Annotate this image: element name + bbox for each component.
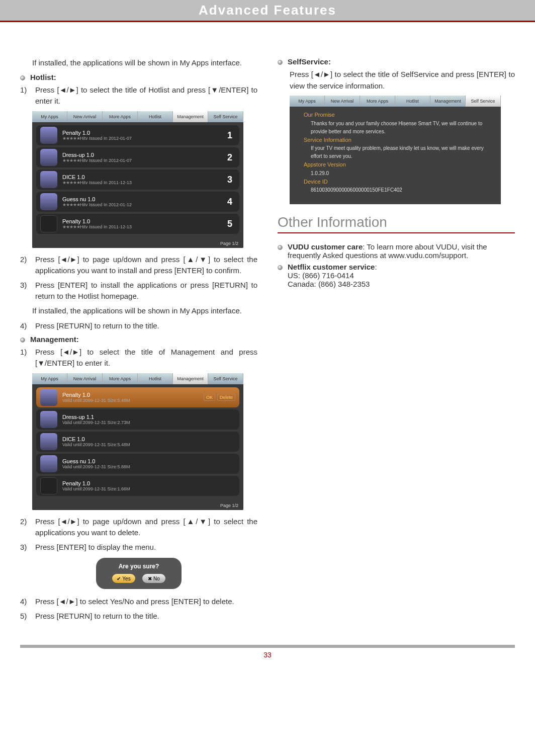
mgmt-step-2: 2) Press [◄/►] to page up/down and press… bbox=[20, 516, 257, 539]
tab-bar: My Apps New Arrival More Apps Hotlist Ma… bbox=[290, 96, 501, 107]
svcinfo-label: Service Information bbox=[304, 137, 351, 143]
hotlist-step-4: 4) Press [RETURN] to return to the title… bbox=[20, 320, 257, 332]
dialog-title: Are you sure? bbox=[101, 563, 176, 570]
list-item[interactable]: Penalty 1.0Valid until:2099-12-31 Size:5… bbox=[36, 387, 239, 407]
deviceid-label: Device ID bbox=[304, 179, 328, 185]
app-meta: Valid until:2099-12-31 Size:5.48M bbox=[62, 442, 130, 447]
app-icon bbox=[40, 389, 57, 406]
app-meta: ★★★★★Hitv Issued In 2012-01-07 bbox=[62, 136, 132, 141]
app-title: DICE 1.0 bbox=[62, 436, 130, 442]
tab-myapps[interactable]: My Apps bbox=[290, 96, 325, 107]
page-header: Advanced Features bbox=[0, 0, 535, 22]
app-title: Guess nu 1.0 bbox=[62, 458, 130, 464]
app-title: Guess nu 1.0 bbox=[62, 196, 132, 202]
hotlist-heading: Hotlist: bbox=[20, 73, 257, 81]
bullet-icon bbox=[20, 75, 25, 80]
tab-selfservice[interactable]: Self Service bbox=[208, 373, 243, 384]
svcinfo-text: If your TV meet quality problem, please … bbox=[304, 144, 491, 160]
selfservice-label: SelfService: bbox=[288, 57, 331, 66]
yes-button[interactable]: ✔ Yes bbox=[112, 574, 135, 583]
list-item[interactable]: Dress-up 1.1Valid until:2099-12-31 Size:… bbox=[36, 409, 239, 430]
confirm-dialog: Are you sure? ✔ Yes ✖ No bbox=[96, 558, 182, 589]
hotlist-step-1: 1) Press [◄/►] to select the title of Ho… bbox=[20, 85, 257, 107]
promise-text: Thanks for you and your family choose Hi… bbox=[304, 120, 491, 136]
check-icon: ✔ bbox=[117, 576, 121, 581]
app-title: Penalty 1.0 bbox=[62, 130, 132, 136]
other-info-heading: Other Information bbox=[278, 214, 515, 233]
list-item[interactable]: DICE 1.0Valid until:2099-12-31 Size:5.48… bbox=[36, 432, 239, 452]
app-icon bbox=[40, 171, 57, 188]
app-icon bbox=[40, 433, 57, 450]
tab-management[interactable]: Management bbox=[430, 96, 466, 107]
list-item[interactable]: Guess nu 1.0★★★★★Hitv Issued In 2012-01-… bbox=[36, 192, 239, 212]
list-item[interactable]: Penalty 1.0Valid until:2099-12-31 Size:1… bbox=[36, 476, 239, 496]
mgmt-step-1: 1) Press [◄/►] to select the title of Ma… bbox=[20, 347, 257, 369]
app-meta: ★★★★★Hitv Issued In 2012-01-12 bbox=[62, 202, 132, 207]
rank-number: 5 bbox=[227, 218, 232, 229]
no-button[interactable]: ✖ No bbox=[142, 574, 165, 583]
list-item[interactable]: Guess nu 1.0Valid until:2099-12-31 Size:… bbox=[36, 454, 239, 474]
list-item[interactable]: Penalty 1.0★★★★★Hitv Issued In 2012-01-0… bbox=[36, 125, 239, 145]
netflix-item: Netflix customer service: US: (866) 716-… bbox=[278, 263, 515, 288]
hotlist-step-3: 3) Press [ENTER] to install the applicat… bbox=[20, 280, 257, 302]
rank-number: 4 bbox=[227, 196, 232, 207]
left-column: If installed, the applications will be s… bbox=[20, 57, 257, 625]
hotlist-list: Penalty 1.0★★★★★Hitv Issued In 2012-01-0… bbox=[32, 122, 243, 248]
page-body: If installed, the applications will be s… bbox=[0, 22, 535, 645]
tab-newarrival[interactable]: New Arrival bbox=[67, 111, 103, 122]
tab-myapps[interactable]: My Apps bbox=[32, 373, 67, 384]
tab-hotlist[interactable]: Hotlist bbox=[395, 96, 430, 107]
tab-selfservice[interactable]: Self Service bbox=[466, 96, 501, 107]
tab-myapps[interactable]: My Apps bbox=[32, 111, 67, 122]
selfservice-heading: SelfService: bbox=[278, 57, 515, 66]
app-title: Penalty 1.0 bbox=[62, 480, 130, 486]
page-title: Advanced Features bbox=[199, 3, 336, 18]
netflix-label: Netflix customer service bbox=[288, 263, 375, 271]
tab-moreapps[interactable]: More Apps bbox=[103, 373, 138, 384]
vudu-item: VUDU customer care: To learn more about … bbox=[278, 242, 515, 260]
app-meta: Valid until:2099-12-31 Size:5.88M bbox=[62, 464, 130, 469]
tab-moreapps[interactable]: More Apps bbox=[360, 96, 395, 107]
tab-selfservice[interactable]: Self Service bbox=[208, 111, 243, 122]
tab-hotlist[interactable]: Hotlist bbox=[138, 373, 173, 384]
tab-newarrival[interactable]: New Arrival bbox=[67, 373, 103, 384]
app-icon bbox=[40, 477, 57, 494]
page-number: 33 bbox=[20, 645, 515, 669]
hotlist-note: If installed, the applications will be s… bbox=[20, 305, 257, 317]
intro-text: If installed, the applications will be s… bbox=[20, 57, 257, 69]
tab-newarrival[interactable]: New Arrival bbox=[325, 96, 360, 107]
pager: Page 1/2 bbox=[220, 241, 238, 246]
list-item[interactable]: DICE 1.0★★★★★Hitv Issued In 2011-12-133 bbox=[36, 170, 239, 190]
tab-hotlist[interactable]: Hotlist bbox=[138, 111, 173, 122]
ok-button[interactable]: OK bbox=[204, 394, 215, 401]
app-title: Dress-up 1.1 bbox=[62, 414, 130, 420]
app-meta: ★★★★★Hitv Issued In 2012-01-07 bbox=[62, 158, 132, 163]
app-title: Penalty 1.0 bbox=[62, 218, 132, 224]
mgmt-step-3: 3) Press [ENTER] to display the menu. bbox=[20, 542, 257, 553]
list-item[interactable]: Dress-up 1.0★★★★★Hitv Issued In 2012-01-… bbox=[36, 147, 239, 167]
app-icon bbox=[40, 149, 57, 166]
delete-button[interactable]: Delete bbox=[217, 394, 235, 401]
app-icon bbox=[40, 193, 57, 210]
management-list: Penalty 1.0Valid until:2099-12-31 Size:5… bbox=[32, 384, 243, 510]
version-value: 1.0.29.0 bbox=[304, 170, 491, 178]
app-icon bbox=[40, 455, 57, 472]
pager: Page 1/2 bbox=[220, 503, 238, 508]
app-title: Penalty 1.0 bbox=[62, 392, 130, 398]
tab-management[interactable]: Management bbox=[173, 111, 208, 122]
list-item[interactable]: Penalty 1.0★★★★★Hitv Issued In 2011-12-1… bbox=[36, 214, 239, 234]
app-meta: ★★★★★Hitv Issued In 2011-12-13 bbox=[62, 224, 132, 229]
app-title: DICE 1.0 bbox=[62, 174, 132, 180]
rank-number: 2 bbox=[227, 152, 232, 162]
tab-moreapps[interactable]: More Apps bbox=[103, 111, 138, 122]
promise-label: Our Promise bbox=[304, 112, 335, 118]
app-meta: Valid until:2099-12-31 Size:2.73M bbox=[62, 420, 130, 425]
vudu-label: VUDU customer care bbox=[288, 242, 363, 251]
tab-management[interactable]: Management bbox=[173, 373, 208, 384]
x-icon: ✖ bbox=[148, 576, 152, 581]
app-meta: ★★★★★Hitv Issued In 2011-12-13 bbox=[62, 180, 132, 185]
app-icon bbox=[40, 127, 57, 144]
right-column: SelfService: Press [◄/►] to select the t… bbox=[278, 57, 515, 625]
action-buttons: OKDelete bbox=[204, 394, 235, 401]
deviceid-value: 861003009000006000000150FE1FC402 bbox=[304, 186, 491, 194]
